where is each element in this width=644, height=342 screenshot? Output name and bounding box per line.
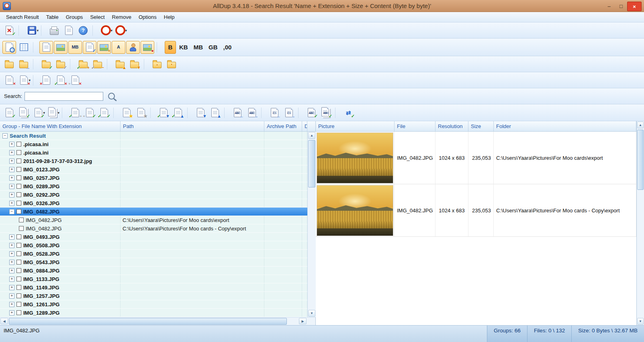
- file-checkbox[interactable]: [19, 218, 24, 222]
- menu-table[interactable]: Table: [43, 14, 62, 20]
- check-next-folder-button[interactable]: ▼: [128, 58, 141, 71]
- menu-options[interactable]: Options: [135, 14, 160, 20]
- tree-group-row[interactable]: +IMG_0543.JPG: [0, 258, 307, 267]
- search-magnifier-icon[interactable]: [108, 93, 115, 100]
- expand-box-icon[interactable]: +: [9, 268, 14, 273]
- column-header-archive-path[interactable]: Archive Path: [264, 121, 302, 131]
- tree-group-row[interactable]: +IMG_1257.JPG: [0, 292, 307, 300]
- group-checkbox[interactable]: [16, 159, 21, 163]
- group-checkbox[interactable]: [16, 142, 21, 147]
- group-checkbox[interactable]: [16, 251, 21, 256]
- show-file-column-button[interactable]: [39, 41, 53, 54]
- collapse-box-icon[interactable]: −: [2, 133, 8, 138]
- group-checkbox[interactable]: [16, 302, 21, 307]
- group-checkbox[interactable]: [16, 192, 21, 197]
- show-picture-column-button[interactable]: [54, 41, 67, 54]
- expand-box-icon[interactable]: +: [9, 175, 14, 181]
- expand-box-icon[interactable]: +: [9, 277, 14, 282]
- close-search-result-button[interactable]: ×✓: [2, 24, 16, 37]
- group-checkbox[interactable]: [16, 310, 21, 315]
- power-options-button[interactable]: ▾: [113, 24, 127, 37]
- expand-box-icon[interactable]: +: [9, 201, 14, 206]
- scrollbar-thumb[interactable]: [637, 130, 644, 190]
- open-folder-button[interactable]: [2, 58, 16, 71]
- check-all-except-first-button[interactable]: ✓✓: [97, 106, 111, 119]
- tree-group-row[interactable]: +IMG_1133.JPG: [0, 275, 307, 283]
- check-files-in-folder-button[interactable]: ✓: [39, 58, 53, 71]
- scroll-up-button[interactable]: ▲: [308, 132, 315, 139]
- tree-horizontal-scrollbar[interactable]: ◀ ▶: [0, 317, 315, 325]
- menu-groups[interactable]: Groups: [62, 14, 87, 20]
- scroll-left-button[interactable]: ◀: [0, 318, 8, 324]
- tree-group-row[interactable]: +IMG_0289.JPG: [0, 182, 307, 191]
- check-longest-filename-button[interactable]: ABC→: [245, 106, 259, 119]
- expand-box-icon[interactable]: +: [9, 142, 14, 147]
- details-vertical-scrollbar[interactable]: ▲ ▼: [636, 121, 644, 325]
- check-file-button[interactable]: ✓: [2, 106, 16, 119]
- scroll-up-button[interactable]: ▲: [637, 122, 644, 128]
- tree-group-row[interactable]: +IMG_0884.JPG: [0, 267, 307, 275]
- check-by-filename-all-button[interactable]: ABC✓: [319, 106, 333, 119]
- group-checkbox[interactable]: [16, 234, 21, 239]
- column-header-picture[interactable]: Picture: [316, 121, 395, 131]
- column-header-group-file-name-with-extension[interactable]: Group - File Name With Extension: [0, 121, 121, 131]
- tree-group-row[interactable]: +IMG_0508.JPG: [0, 241, 307, 250]
- scroll-down-button[interactable]: ▼: [637, 318, 644, 325]
- show-owner-column-button[interactable]: [126, 41, 140, 54]
- column-header-resolution[interactable]: Resolution: [435, 121, 468, 131]
- tree-group-row[interactable]: +IMG_1289.JPG: [0, 309, 307, 317]
- unit-00-button[interactable]: ,00: [221, 41, 234, 54]
- group-checkbox[interactable]: [16, 268, 21, 273]
- expand-box-icon[interactable]: +: [9, 192, 14, 197]
- delete-files-menu-button[interactable]: ×▾: [17, 74, 31, 87]
- expand-box-icon[interactable]: +: [9, 234, 14, 240]
- expand-box-icon[interactable]: +: [9, 251, 14, 256]
- check-previous-folder-button[interactable]: ▲: [113, 58, 127, 71]
- scrollbar-track[interactable]: [8, 318, 298, 325]
- group-checkbox[interactable]: [16, 285, 21, 290]
- check-shortest-path-button[interactable]: C:\←: [268, 106, 281, 119]
- tree-group-row[interactable]: +IMG_0292.JPG: [0, 191, 307, 199]
- alldup-menu-button[interactable]: ▾: [99, 24, 112, 37]
- unit-mb-button[interactable]: MB: [191, 41, 205, 54]
- open-folder-target-button[interactable]: →: [17, 58, 31, 71]
- tree-file-row[interactable]: IMG_0482.JPGC:\Users\Yaara\Pictures\For …: [0, 216, 307, 224]
- duplicate-detail-row[interactable]: IMG_0482.JPG1024 x 683235,053C:\Users\Ya…: [316, 184, 636, 237]
- show-size-column-button[interactable]: MB: [68, 41, 82, 54]
- goto-next-folder-button[interactable]: ▼: [165, 58, 178, 71]
- column-header-d[interactable]: D: [302, 121, 307, 131]
- expand-box-icon[interactable]: +: [9, 243, 14, 248]
- tree-file-row[interactable]: IMG_0482.JPGC:\Users\Yaara\Pictures\For …: [0, 224, 307, 233]
- check-newest-date-button[interactable]: ✓▼: [157, 106, 170, 119]
- expand-box-icon[interactable]: +: [9, 310, 14, 316]
- remove-checked-from-list-button[interactable]: ✓×: [54, 74, 67, 87]
- tree-group-row[interactable]: +IMG_1149.JPG: [0, 283, 307, 292]
- check-first-file-button[interactable]: ✓▫: [68, 106, 82, 119]
- expand-box-icon[interactable]: +: [9, 293, 14, 299]
- expand-box-icon[interactable]: +: [9, 150, 14, 155]
- group-checkbox[interactable]: [16, 167, 21, 172]
- group-checkbox[interactable]: [16, 277, 21, 281]
- scrollbar-thumb[interactable]: [9, 318, 287, 325]
- report-button[interactable]: [62, 24, 76, 37]
- group-checkbox[interactable]: [16, 150, 21, 155]
- group-checkbox[interactable]: [16, 243, 21, 248]
- check-longest-path-button[interactable]: C:\→: [282, 106, 296, 119]
- menu-select[interactable]: Select: [86, 14, 108, 20]
- show-date-column-button[interactable]: ✓: [83, 41, 96, 54]
- close-button[interactable]: ×: [627, 2, 642, 11]
- expand-box-icon[interactable]: +: [9, 302, 14, 307]
- invert-selection-button[interactable]: ⇄✓: [341, 106, 355, 119]
- tree-group-row[interactable]: +IMG_0493.JPG: [0, 233, 307, 241]
- uncheck-folder-minus-button[interactable]: ✓−: [91, 58, 104, 71]
- check-folder-plus-button[interactable]: ✓+: [76, 58, 90, 71]
- scrollbar-thumb[interactable]: [308, 140, 315, 187]
- duplicate-detail-row[interactable]: IMG_0482.JPG1024 x 683235,053C:\Users\Ya…: [316, 132, 636, 184]
- expand-box-icon[interactable]: +: [9, 285, 14, 290]
- tree-vertical-scrollbar[interactable]: ▲ ▼: [307, 132, 316, 317]
- tree-group-row[interactable]: +2011-09-28-17-37-03-312.jpg: [0, 157, 307, 165]
- tree-group-row[interactable]: +.picasa.ini: [0, 140, 307, 149]
- save-button[interactable]: ▾: [25, 24, 39, 37]
- group-checkbox[interactable]: [16, 260, 21, 265]
- tree-group-row[interactable]: +.picasa.ini: [0, 149, 307, 157]
